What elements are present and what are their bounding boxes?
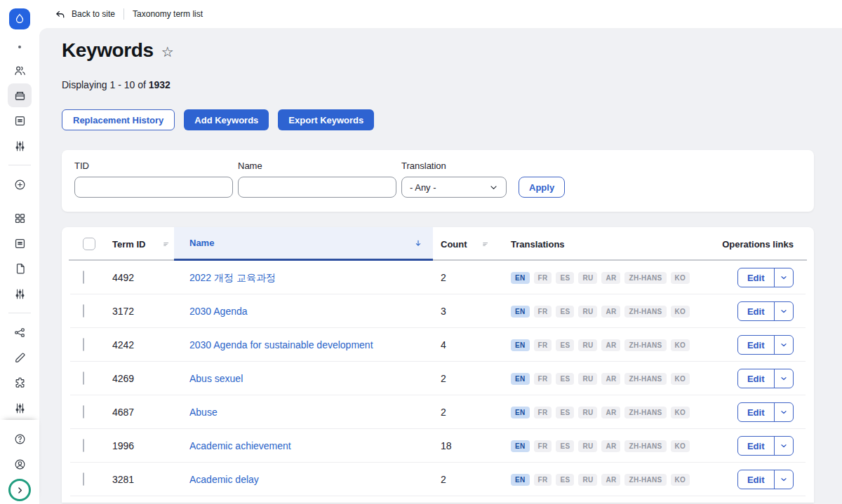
row-checkbox[interactable] [83,271,84,284]
lang-badge-ar: AR [601,306,620,318]
row-count: 2 [433,373,500,384]
edit-button[interactable]: Edit [738,470,774,489]
row-name-link[interactable]: Academic achievement [189,440,291,451]
row-name-link[interactable]: Abus sexuel [189,373,243,384]
help-icon[interactable] [8,427,32,451]
row-term-id: 4242 [104,339,174,350]
translation-select[interactable]: - Any - [401,177,507,198]
lang-badge-en: EN [511,474,530,486]
lang-badge-en: EN [511,272,530,284]
tid-label: TID [74,161,233,171]
row-name-link[interactable]: Abuse [189,407,218,418]
edit-button[interactable]: Edit [738,268,774,287]
lang-badge-ar: AR [601,272,620,284]
translation-label: Translation [401,161,507,171]
edit-dropdown-toggle[interactable] [775,470,793,489]
row-name-link[interactable]: 2022 개정 교육과정 [189,272,276,283]
row-checkbox[interactable] [83,405,84,418]
content-archive-icon[interactable] [8,83,32,107]
lang-badge-ar: AR [601,373,620,385]
row-count: 2 [433,474,500,485]
lang-badge-ru: RU [578,440,597,452]
add-circle-icon[interactable] [8,172,32,196]
edit-split-button: Edit [737,369,794,388]
lang-badge-zh-hans: ZH-HANS [624,474,666,486]
blocks-icon[interactable] [8,206,32,230]
lang-badge-en: EN [511,306,530,318]
sort-icon[interactable] [481,240,490,249]
result-count: Displaying 1 - 10 of 1932 [62,79,814,90]
back-to-site-link[interactable]: Back to site [55,9,115,20]
account-icon[interactable] [8,452,32,476]
sidebar-expand-button[interactable] [8,479,31,501]
edit-button[interactable]: Edit [738,403,774,421]
apply-button[interactable]: Apply [519,177,565,198]
users-icon[interactable] [8,58,32,82]
row-name-link[interactable]: 2030 Agenda for sustainable development [189,339,373,350]
name-filter-input[interactable] [238,177,396,198]
lang-badge-ru: RU [578,339,597,351]
share-icon[interactable] [8,320,32,344]
edit-split-button: Edit [737,301,794,321]
lang-badge-fr: FR [534,440,552,452]
lang-badge-ru: RU [578,407,597,418]
edit-split-button: Edit [737,335,794,355]
edit-dropdown-toggle[interactable] [775,369,793,388]
edit-dropdown-toggle[interactable] [775,336,793,354]
drupal-logo[interactable] [9,8,30,29]
lang-badge-zh-hans: ZH-HANS [624,339,666,351]
table-header-row: Term ID Name Count Translations Operatio… [62,227,814,261]
replacement-history-button[interactable]: Replacement History [62,109,175,130]
row-checkbox[interactable] [83,372,84,385]
add-keywords-button[interactable]: Add Keywords [184,109,269,130]
row-checkbox[interactable] [83,304,84,318]
row-count: 18 [433,440,500,451]
header-translations: Translations [511,239,565,250]
edit-dropdown-toggle[interactable] [775,268,793,287]
sort-icon[interactable] [162,240,171,249]
language-badges: ENFRESRUARZH-HANSKO [500,407,703,418]
favorite-star-icon[interactable]: ☆ [161,45,174,59]
lang-badge-zh-hans: ZH-HANS [624,407,666,418]
lang-badge-en: EN [511,339,530,351]
lang-badge-fr: FR [534,272,552,284]
language-badges: ENFRESRUARZH-HANSKO [500,306,703,318]
language-badges: ENFRESRUARZH-HANSKO [500,272,703,284]
select-all-checkbox[interactable] [83,238,95,250]
row-checkbox[interactable] [83,472,84,486]
edit-dropdown-toggle[interactable] [775,437,793,455]
export-keywords-button[interactable]: Export Keywords [278,109,374,130]
sidebar-divider [8,165,31,165]
paintbrush-icon[interactable] [8,346,32,369]
row-checkbox[interactable] [83,338,84,351]
edit-dropdown-toggle[interactable] [775,403,793,421]
header-name-sorted[interactable]: Name [174,227,433,261]
result-total: 1932 [149,79,171,90]
row-name-link[interactable]: Academic delay [189,474,259,485]
lang-badge-es: ES [556,339,574,351]
chevron-down-icon [489,183,498,192]
edit-button[interactable]: Edit [738,336,774,354]
filters2-icon[interactable] [8,282,32,306]
row-count: 3 [433,306,500,317]
document-icon[interactable] [8,257,32,280]
edit-button[interactable]: Edit [738,369,774,388]
header-count[interactable]: Count [441,239,467,250]
action-buttons: Replacement History Add Keywords Export … [62,109,814,130]
lang-badge-ko: KO [671,407,690,418]
filters3-icon[interactable] [8,396,32,420]
edit-button[interactable]: Edit [738,437,774,455]
article-icon[interactable] [8,109,32,132]
edit-dropdown-toggle[interactable] [775,302,793,320]
lang-badge-ar: AR [601,440,620,452]
puzzle-icon[interactable] [8,371,32,395]
table-row: 3281 Academic delay 2 ENFRESRUARZH-HANSK… [62,463,814,496]
article2-icon[interactable] [8,231,32,255]
row-name-link[interactable]: 2030 Agenda [189,306,248,317]
header-term-id[interactable]: Term ID [112,239,145,250]
edit-button[interactable]: Edit [738,302,774,320]
filters-icon[interactable] [8,134,32,158]
row-checkbox[interactable] [83,439,84,452]
sidebar-divider [8,313,31,313]
tid-input[interactable] [74,177,233,198]
